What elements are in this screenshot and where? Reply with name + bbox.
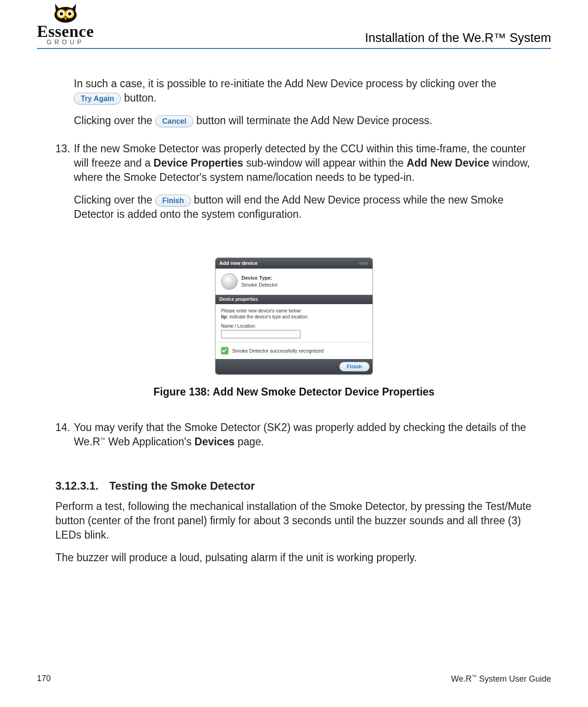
section-heading: 3.12.3.1. Testing the Smoke Detector xyxy=(55,479,533,493)
form-instruction: Please enter new device's name below xyxy=(221,308,367,314)
text: button. xyxy=(124,92,156,104)
try-again-button[interactable]: Try Again xyxy=(74,93,121,105)
paragraph: In such a case, it is possible to re-ini… xyxy=(74,77,533,105)
heading-number: 3.12.3.1. xyxy=(55,479,106,493)
text: page. xyxy=(234,436,264,448)
form-tip: tip: indicate the device's type and loca… xyxy=(221,314,367,320)
device-properties-section-header: Device properties xyxy=(216,295,372,304)
guide-name: We.R™ System User Guide xyxy=(451,674,551,684)
paragraph: If the new Smoke Detector was properly d… xyxy=(74,142,533,185)
device-properties-form: Please enter new device's name below tip… xyxy=(216,304,372,342)
step-14: 14. You may verify that the Smoke Detect… xyxy=(55,420,533,457)
paragraph: The buzzer will produce a loud, pulsatin… xyxy=(55,551,533,565)
figure-138: Add new device Device Type: Smoke Detect… xyxy=(55,258,533,399)
name-location-label: Name / Location: xyxy=(221,323,367,330)
figure-caption: Figure 138: Add New Smoke Detector Devic… xyxy=(154,385,435,399)
window-handle-icon xyxy=(360,262,369,265)
paragraph: Perform a test, following the mechanical… xyxy=(55,499,533,542)
bold-text: Devices xyxy=(194,436,234,448)
svg-point-6 xyxy=(68,12,71,16)
step-number: 13. xyxy=(55,142,74,230)
text: sub-window will appear within the xyxy=(243,157,407,169)
smoke-detector-icon xyxy=(221,273,238,290)
window-titlebar: Add new device xyxy=(216,258,372,269)
add-new-device-window: Add new device Device Type: Smoke Detect… xyxy=(215,258,373,375)
device-type-label: Device Type: xyxy=(241,275,278,282)
owl-icon xyxy=(49,2,82,23)
finish-button[interactable]: Finish xyxy=(155,195,191,207)
name-location-input[interactable] xyxy=(221,330,300,338)
text: Clicking over the xyxy=(74,114,155,126)
recognition-success-row: Smoke Detector successfully recognized xyxy=(216,342,372,359)
page-number: 170 xyxy=(37,674,51,684)
page-footer: 170 We.R™ System User Guide xyxy=(37,674,551,684)
paragraph: You may verify that the Smoke Detector (… xyxy=(74,420,533,449)
device-type-value: Smoke Detector xyxy=(241,282,278,288)
cancel-button[interactable]: Cancel xyxy=(155,115,193,127)
heading-text: Testing the Smoke Detector xyxy=(109,479,255,492)
paragraph: Clicking over the Cancel button will ter… xyxy=(74,114,533,128)
brand-logo: Essence GROUP xyxy=(37,2,94,45)
svg-point-5 xyxy=(60,12,63,16)
brand-name: Essence xyxy=(37,23,94,40)
step-number: 14. xyxy=(55,420,74,457)
text: button will terminate the Add New Device… xyxy=(196,114,432,126)
paragraph: Clicking over the Finish button will end… xyxy=(74,193,533,222)
page-header: Essence GROUP Installation of the We.R™ … xyxy=(37,0,551,45)
check-icon xyxy=(221,347,228,354)
brand-subtitle: GROUP xyxy=(47,39,84,45)
window-footer: Finish xyxy=(216,359,372,374)
window-title: Add new device xyxy=(219,260,258,267)
success-text: Smoke Detector successfully recognized xyxy=(232,348,324,354)
finish-button[interactable]: Finish xyxy=(339,362,370,371)
bold-text: Device Properties xyxy=(154,157,243,169)
bold-text: Add New Device xyxy=(407,157,489,169)
step-13: 13. If the new Smoke Detector was proper… xyxy=(55,142,533,230)
text: Web Application's xyxy=(105,436,194,448)
text: In such a case, it is possible to re-ini… xyxy=(74,78,496,90)
page-title: Installation of the We.R™ System xyxy=(365,31,551,45)
text: Clicking over the xyxy=(74,194,155,206)
device-type-row: Device Type: Smoke Detector xyxy=(216,269,372,295)
trademark: ™ xyxy=(100,437,105,443)
